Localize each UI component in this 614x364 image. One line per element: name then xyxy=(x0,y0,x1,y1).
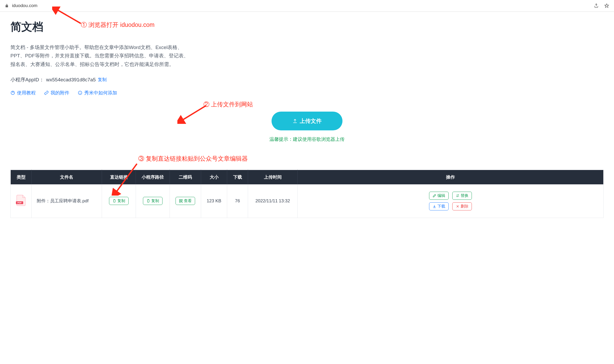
annotation-step2: ② 上传文件到网站 xyxy=(203,100,253,108)
th-actions: 操作 xyxy=(298,170,604,184)
copy-miniapp-path-button[interactable]: 复制 xyxy=(143,197,162,205)
link-xiumi-help[interactable]: 秀米中如何添加 xyxy=(78,90,117,96)
th-qrcode: 二维码 xyxy=(170,170,201,184)
url-text[interactable]: iduodou.com xyxy=(12,3,37,8)
download-button[interactable]: 下载 xyxy=(429,202,449,210)
svg-rect-8 xyxy=(179,201,180,202)
swap-icon xyxy=(456,194,460,198)
th-type: 类型 xyxy=(11,170,32,184)
page-title: 简文档 xyxy=(10,20,604,34)
appid-label: 小程序AppID： xyxy=(10,76,44,83)
link-tutorial-label: 使用教程 xyxy=(17,90,36,96)
appid-row: 小程序AppID： wx554ecad391d8c7a5 复制 xyxy=(10,76,604,83)
svg-text:PDF: PDF xyxy=(17,202,22,204)
edit-icon xyxy=(432,194,436,198)
cell-filename: 附件：员工应聘申请表.pdf xyxy=(32,184,102,218)
x-icon xyxy=(456,204,460,208)
info-circle-icon xyxy=(78,90,82,95)
upload-button-label: 上传文件 xyxy=(300,117,322,125)
question-circle-icon xyxy=(10,90,15,95)
clipboard-icon xyxy=(146,199,150,203)
upload-button[interactable]: 上传文件 xyxy=(272,112,342,130)
view-qrcode-button[interactable]: 查看 xyxy=(176,197,195,205)
qrcode-icon xyxy=(179,199,183,203)
copy-appid-link[interactable]: 复制 xyxy=(98,77,107,83)
cell-actions: 编辑 替换 下载 删除 xyxy=(298,184,604,218)
table-row: PDF 附件：员工应聘申请表.pdf 复制 复制 xyxy=(11,184,604,218)
star-icon[interactable] xyxy=(604,3,609,8)
clipboard-icon xyxy=(112,199,116,203)
annotation-step3: ③ 复制直达链接粘贴到公众号文章编辑器 xyxy=(138,155,248,163)
th-filename: 文件名 xyxy=(32,170,102,184)
appid-value: wx554ecad391d8c7a5 xyxy=(46,77,96,83)
th-size: 大小 xyxy=(201,170,227,184)
svg-rect-6 xyxy=(179,199,180,201)
th-upload-time: 上传时间 xyxy=(248,170,298,184)
th-downloads: 下载 xyxy=(227,170,248,184)
copy-direct-link-button[interactable]: 复制 xyxy=(109,197,129,205)
cell-upload-time: 2022/11/11 13:32 xyxy=(248,184,298,218)
link-icon xyxy=(44,90,49,95)
cell-downloads: 76 xyxy=(227,184,248,218)
upload-icon xyxy=(292,118,298,124)
cell-size: 123 KB xyxy=(201,184,227,218)
files-table: 类型 文件名 直达链接 小程序路径 二维码 大小 下载 上传时间 操作 xyxy=(10,170,604,218)
link-tutorial[interactable]: 使用教程 xyxy=(10,90,36,96)
tip-text: 建议使用谷歌浏览器上传 xyxy=(293,137,345,142)
cell-qrcode: 查看 xyxy=(170,184,201,218)
th-miniapp-path: 小程序路径 xyxy=(136,170,170,184)
download-icon xyxy=(432,204,436,208)
replace-button[interactable]: 替换 xyxy=(452,192,472,200)
share-icon[interactable] xyxy=(594,3,599,8)
upload-tip: 温馨提示：建议使用谷歌浏览器上传 xyxy=(10,136,604,142)
cell-direct-link: 复制 xyxy=(102,184,136,218)
cell-miniapp-path: 复制 xyxy=(136,184,170,218)
lock-icon xyxy=(5,4,9,8)
link-xiumi-help-label: 秀米中如何添加 xyxy=(84,90,117,96)
th-direct-link: 直达链接 xyxy=(102,170,136,184)
pdf-icon: PDF xyxy=(16,195,26,206)
tip-prefix: 温馨提示： xyxy=(269,137,293,142)
cell-type: PDF xyxy=(11,184,32,218)
delete-button[interactable]: 删除 xyxy=(452,202,472,210)
edit-button[interactable]: 编辑 xyxy=(429,192,449,200)
browser-address-bar: iduodou.com xyxy=(0,0,614,12)
svg-rect-5 xyxy=(147,200,149,202)
page-description: 简文档 - 多场景文件管理小助手。帮助您在文章中添加Word文档、Excel表格… xyxy=(10,43,193,69)
svg-rect-4 xyxy=(113,200,115,202)
svg-rect-7 xyxy=(181,199,182,201)
link-my-files[interactable]: 我的附件 xyxy=(44,90,69,96)
link-my-files-label: 我的附件 xyxy=(51,90,69,96)
